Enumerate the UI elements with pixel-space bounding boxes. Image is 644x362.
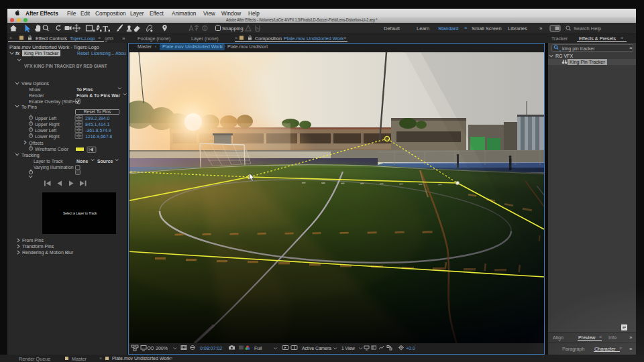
- svg-text:T: T: [103, 24, 108, 34]
